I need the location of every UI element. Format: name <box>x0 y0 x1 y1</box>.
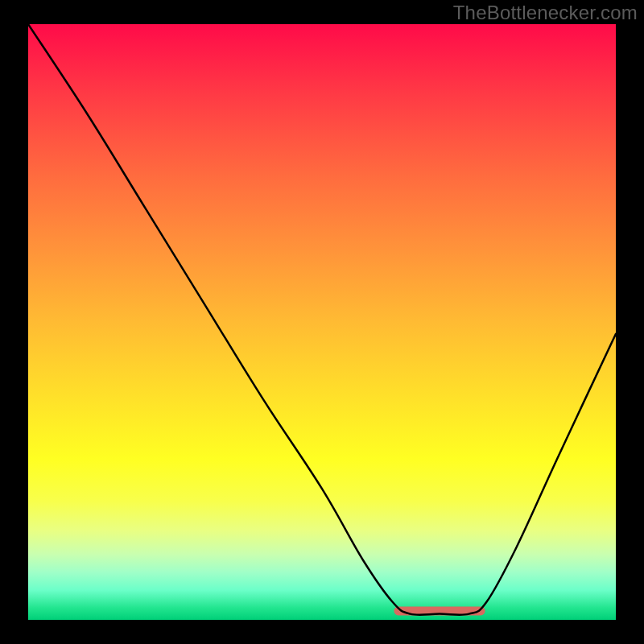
chart-svg <box>28 24 616 620</box>
watermark-text: TheBottlenecker.com <box>453 2 638 24</box>
plot-area <box>28 24 616 620</box>
bottleneck-curve-line <box>28 24 616 615</box>
chart-frame: TheBottlenecker.com <box>0 0 644 644</box>
